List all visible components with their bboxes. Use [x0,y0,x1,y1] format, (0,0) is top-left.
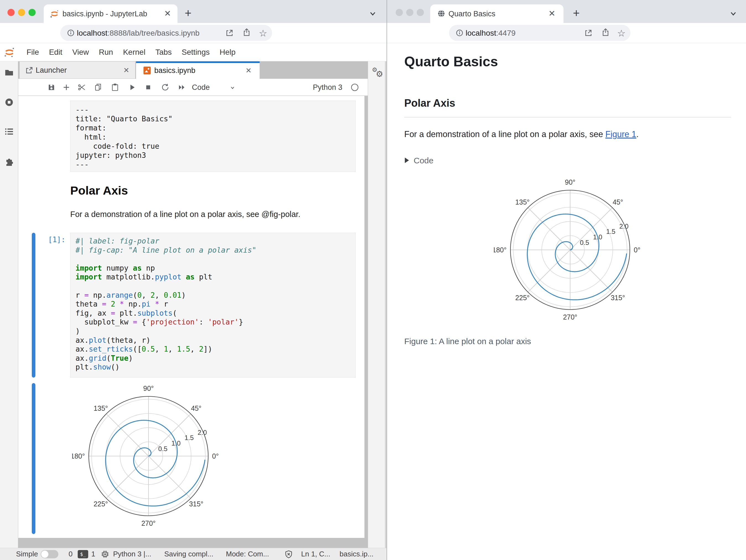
browser-tab[interactable]: basics.ipynb - JupyterLab ✕ [44,4,177,23]
copy-cells-button[interactable] [94,83,103,92]
svg-text:180°: 180° [494,246,507,254]
kernel-chip-icon[interactable] [101,550,110,559]
restart-kernel-button[interactable] [161,83,170,92]
terminal-icon[interactable]: $_ [78,550,88,558]
url-path: :8888/lab/tree/basics.ipynb [108,29,200,37]
menu-item-run[interactable]: Run [99,48,113,57]
cell-type-chevron-icon[interactable] [229,84,238,93]
svg-text:270°: 270° [141,519,156,527]
quarto-page: Quarto Basics Polar Axis For a demonstra… [387,43,746,560]
tab-search-chevron-icon[interactable] [729,9,738,18]
notebook-file-icon [143,66,151,75]
traffic-light-close[interactable] [7,9,15,16]
svg-text:180°: 180° [72,452,85,460]
site-info-icon[interactable] [66,28,75,37]
property-inspector-gears-icon[interactable]: ⚙⚙ [371,66,384,80]
restart-run-all-button[interactable] [177,83,186,92]
table-of-contents-icon[interactable] [4,126,14,137]
traffic-light-minimize[interactable] [18,9,25,16]
editor-mode[interactable]: Mode: Com... [226,548,269,560]
bookmark-star-icon[interactable]: ☆ [259,28,267,39]
svg-text:0.5: 0.5 [158,445,167,452]
notebook-tab-close-icon[interactable]: ✕ [244,66,253,75]
menu-item-help[interactable]: Help [220,48,236,57]
open-in-window-icon[interactable] [225,28,234,37]
menubar-items: FileEditViewRunKernelTabsSettingsHelp [27,43,236,61]
menu-item-view[interactable]: View [72,48,89,57]
interrupt-kernel-button[interactable] [144,83,153,92]
cut-cells-button[interactable] [78,83,86,92]
svg-text:135°: 135° [94,404,108,412]
notebook-toolbar: Code Python 3 [18,79,368,96]
svg-text:225°: 225° [94,500,108,508]
share-icon[interactable] [601,28,610,37]
running-kernels-icon[interactable] [4,97,14,107]
statusbar-filename: basics.ip... [340,548,374,560]
code-fold-disclosure[interactable]: Code [404,156,434,165]
traffic-light-zoom[interactable] [28,9,36,16]
input-collapser[interactable] [32,233,35,378]
browser-tabstrip: basics.ipynb - JupyterLab ✕ + [0,0,386,23]
traffic-light-zoom[interactable] [417,9,424,16]
save-button[interactable] [47,83,56,92]
para-period: . [636,129,638,139]
svg-text:1.5: 1.5 [606,228,615,235]
bookmark-star-icon[interactable]: ☆ [617,28,626,39]
run-cell-button[interactable] [128,83,137,92]
saving-status: Saving compl... [164,548,213,560]
url-text[interactable]: localhost:4479 [466,29,516,37]
kernel-status-icon[interactable] [351,83,360,92]
menu-item-file[interactable]: File [27,48,39,57]
launcher-tab-label: Launcher [36,66,67,75]
traffic-light-minimize[interactable] [406,9,413,16]
window-edge-strip [385,61,386,548]
menu-item-settings[interactable]: Settings [182,48,209,57]
menu-item-edit[interactable]: Edit [49,48,62,57]
new-tab-button[interactable]: + [573,8,580,18]
address-bar[interactable]: localhost:8888/lab/tree/basics.ipynb ☆ [60,25,272,41]
cell-type-select[interactable]: Code [192,83,210,92]
kernel-status-text[interactable]: Python 3 |... [113,548,151,560]
svg-text:135°: 135° [515,198,530,206]
menu-item-tabs[interactable]: Tabs [155,48,172,57]
svg-text:270°: 270° [563,313,577,321]
terminals-count: 0 [68,548,73,560]
svg-text:0°: 0° [634,246,640,254]
code-fold-label: Code [414,156,434,165]
kernel-name[interactable]: Python 3 [313,83,342,92]
new-tab-button[interactable]: + [185,8,192,18]
tab-notebook[interactable]: basics.ipynb ✕ [136,61,260,79]
left-activity-bar [0,61,18,548]
simple-mode-toggle[interactable] [41,550,58,558]
paste-cells-button[interactable] [111,83,119,92]
menu-item-kernel[interactable]: Kernel [123,48,145,57]
tab-launcher[interactable]: Launcher ✕ [19,61,136,79]
trust-shield-icon[interactable] [284,550,293,559]
svg-text:2.0: 2.0 [198,429,207,436]
file-browser-icon[interactable] [4,68,14,78]
cursor-position[interactable]: Ln 1, C... [301,548,331,560]
svg-text:1.0: 1.0 [171,440,180,447]
svg-text:315°: 315° [611,294,625,301]
code-cell-input[interactable]: #| label: fig-polar#| fig-cap: "A line p… [70,233,355,378]
output-collapser[interactable] [32,383,35,534]
launcher-icon [25,66,33,75]
jupyter-favicon [50,9,59,19]
extension-manager-icon[interactable] [4,156,14,167]
add-cell-button[interactable] [62,83,71,92]
open-in-window-icon[interactable] [584,28,593,37]
tab-search-chevron-icon[interactable] [368,9,377,18]
share-icon[interactable] [242,28,251,37]
markdown-heading: Polar Axis [70,184,128,197]
launcher-tab-close-icon[interactable]: ✕ [122,66,131,75]
tab-close-icon[interactable]: ✕ [547,9,556,18]
yaml-raw-cell[interactable]: ---title: "Quarto Basics"format: html: c… [70,100,355,172]
browser-tab[interactable]: Quarto Basics ✕ [430,4,564,23]
address-bar[interactable]: localhost:4479 ☆ [449,25,630,41]
url-text[interactable]: localhost:8888/lab/tree/basics.ipynb [77,29,200,37]
site-info-icon[interactable] [455,28,464,37]
figure-link[interactable]: Figure 1 [605,129,636,139]
tab-close-icon[interactable]: ✕ [163,9,172,18]
traffic-light-close[interactable] [396,9,403,16]
simple-mode-label: Simple [16,548,38,560]
